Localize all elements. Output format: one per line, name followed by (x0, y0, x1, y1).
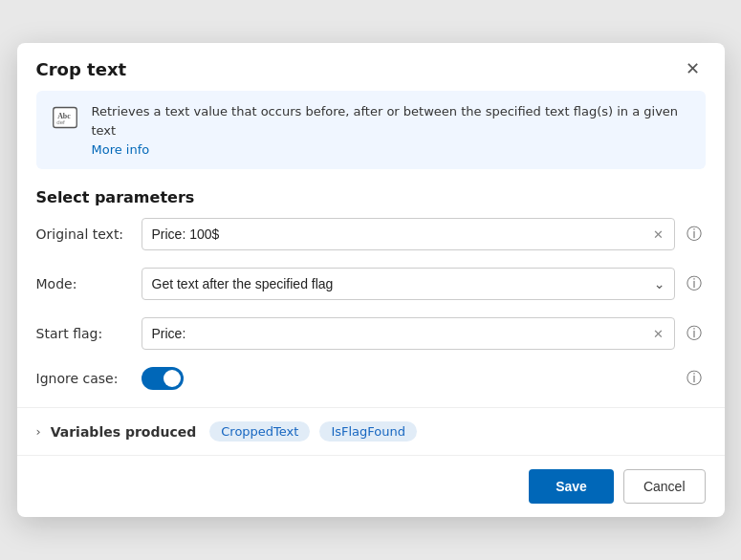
mode-label: Mode: (36, 276, 142, 291)
params-area: Original text: ✕ ⓘ Mode: Get text after … (17, 218, 725, 390)
start-flag-control: ✕ ⓘ (142, 317, 706, 350)
info-banner: Abc def Retrieves a text value that occu… (36, 91, 706, 169)
ignore-case-info-button[interactable]: ⓘ (683, 367, 706, 390)
save-button[interactable]: Save (529, 469, 614, 504)
variable-badge-cropped-text: CroppedText (209, 421, 310, 442)
dialog-footer: Save Cancel (17, 455, 725, 517)
start-flag-input[interactable] (142, 317, 675, 350)
more-info-link[interactable]: More info (92, 142, 150, 157)
cancel-button[interactable]: Cancel (623, 469, 706, 504)
original-text-info-button[interactable]: ⓘ (683, 223, 706, 246)
original-text-row: Original text: ✕ ⓘ (36, 218, 706, 250)
mode-select-wrap: Get text after the specified flag Get te… (142, 268, 675, 300)
start-flag-input-wrap: ✕ (142, 317, 675, 350)
abc-icon: Abc def (52, 104, 78, 131)
ignore-case-row: Ignore case: ⓘ (36, 367, 706, 390)
banner-content: Retrieves a text value that occurs befor… (92, 102, 692, 158)
mode-control: Get text after the specified flag Get te… (142, 268, 706, 300)
start-flag-label: Start flag: (36, 326, 142, 341)
ignore-case-label: Ignore case: (36, 371, 142, 386)
close-button[interactable]: ✕ (680, 58, 706, 79)
start-flag-clear-button[interactable]: ✕ (649, 325, 667, 343)
mode-info-button[interactable]: ⓘ (683, 272, 706, 295)
ignore-case-toggle[interactable] (142, 367, 184, 390)
toggle-slider (142, 367, 184, 390)
start-flag-row: Start flag: ✕ ⓘ (36, 317, 706, 350)
original-text-label: Original text: (36, 226, 142, 242)
variables-row: › Variables produced CroppedText IsFlagF… (17, 407, 725, 455)
svg-text:def: def (56, 118, 65, 125)
mode-row: Mode: Get text after the specified flag … (36, 268, 706, 300)
original-text-control: ✕ ⓘ (142, 218, 706, 250)
original-text-input-wrap: ✕ (142, 218, 675, 250)
crop-text-dialog: Crop text ✕ Abc def Retrieves a text val… (17, 43, 725, 517)
abc-icon-box: Abc def (50, 102, 80, 133)
mode-select[interactable]: Get text after the specified flag Get te… (142, 268, 675, 300)
original-text-clear-button[interactable]: ✕ (649, 226, 667, 244)
original-text-input[interactable] (142, 218, 675, 250)
dialog-title: Crop text (36, 59, 127, 79)
dialog-header: Crop text ✕ (17, 43, 725, 91)
variables-label: Variables produced (51, 424, 197, 440)
variable-badge-is-flag-found: IsFlagFound (319, 421, 417, 442)
start-flag-info-button[interactable]: ⓘ (683, 322, 706, 345)
variables-chevron-icon[interactable]: › (36, 424, 41, 439)
section-title: Select parameters (17, 169, 725, 218)
ignore-case-control: ⓘ (142, 367, 706, 390)
banner-description: Retrieves a text value that occurs befor… (92, 102, 692, 140)
